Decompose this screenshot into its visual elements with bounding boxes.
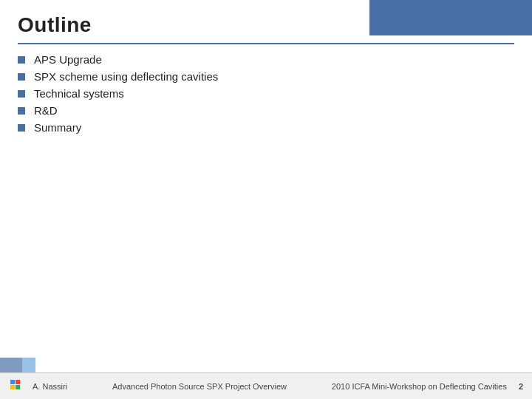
bullet-list: APS UpgradeSPX scheme using deflecting c… bbox=[18, 53, 218, 138]
bullet-text: Summary bbox=[34, 121, 81, 134]
slide: Outline APS UpgradeSPX scheme using defl… bbox=[0, 0, 532, 399]
bullet-text: Technical systems bbox=[34, 87, 124, 100]
bullet-item: APS Upgrade bbox=[18, 53, 218, 66]
bullet-item: Technical systems bbox=[18, 87, 218, 100]
bullet-square-icon bbox=[18, 124, 25, 132]
bullet-text: APS Upgrade bbox=[34, 53, 102, 66]
bullet-item: SPX scheme using deflecting cavities bbox=[18, 70, 218, 83]
bullet-square-icon bbox=[18, 90, 25, 98]
footer-right: 2010 ICFA Mini-Workshop on Deflecting Ca… bbox=[332, 382, 523, 391]
svg-rect-2 bbox=[10, 385, 15, 389]
svg-rect-1 bbox=[16, 380, 20, 384]
footer-page: 2 bbox=[519, 382, 523, 391]
footer-presentation: Advanced Photon Source SPX Project Overv… bbox=[76, 382, 323, 391]
footer-author: A. Nassiri bbox=[33, 382, 67, 391]
bullet-text: SPX scheme using deflecting cavities bbox=[34, 70, 218, 83]
title-divider bbox=[18, 43, 514, 44]
svg-rect-0 bbox=[10, 380, 15, 384]
bullet-square-icon bbox=[18, 56, 25, 64]
bullet-text: R&D bbox=[34, 104, 58, 117]
footer-conference: 2010 ICFA Mini-Workshop on Deflecting Ca… bbox=[332, 382, 507, 391]
top-accent-box bbox=[369, 0, 532, 35]
google-icon bbox=[9, 378, 25, 395]
bullet-item: R&D bbox=[18, 104, 218, 117]
bottom-left-accent2 bbox=[22, 358, 35, 372]
bottom-bar: A. Nassiri Advanced Photon Source SPX Pr… bbox=[0, 372, 532, 399]
bullet-square-icon bbox=[18, 107, 25, 115]
bullet-item: Summary bbox=[18, 121, 218, 134]
footer-left: A. Nassiri bbox=[9, 378, 67, 395]
bullet-square-icon bbox=[18, 73, 25, 81]
slide-title: Outline bbox=[18, 13, 92, 37]
bottom-left-accent bbox=[0, 358, 22, 372]
svg-rect-3 bbox=[16, 385, 20, 389]
title-area: Outline bbox=[18, 13, 92, 37]
